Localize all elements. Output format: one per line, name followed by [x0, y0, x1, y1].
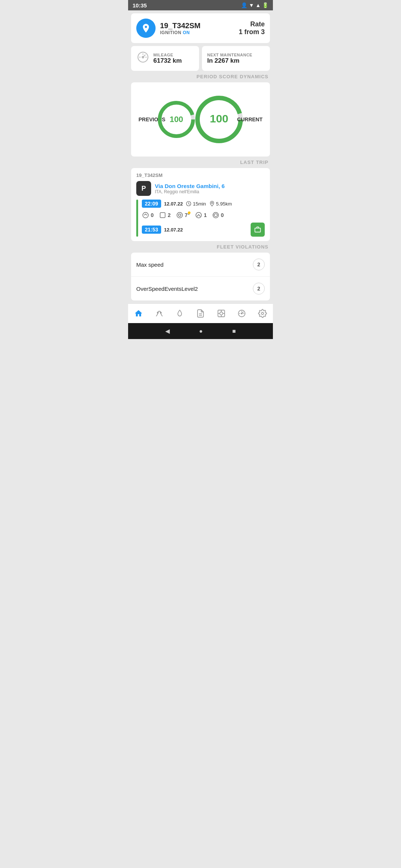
android-back[interactable]: ◀ [165, 328, 170, 335]
current-label: CURRENT [237, 116, 263, 122]
trip-details: 22:09 12.07.22 15min 5.95km 0 [142, 200, 265, 237]
trip-end-time: 21:53 [142, 226, 161, 234]
fleet-violations-label: FLEET VIOLATIONS [131, 244, 270, 250]
vehicle-left: 19_T342SM IGNITION ON [136, 19, 200, 38]
maintenance-label: NEXT MAINTENANCE [207, 53, 252, 57]
vehicle-name: 19_T342SM [160, 22, 200, 30]
rate-box: Rate 1 from 3 [239, 20, 265, 36]
trip-street: Via Don Oreste Gambini, 6 [155, 183, 225, 189]
nav-fuel[interactable] [172, 308, 187, 319]
profile-icon: 👤 [241, 2, 247, 8]
trip-address: Via Don Oreste Gambini, 6 ITA, Reggio ne… [155, 183, 225, 194]
mileage-section: MILEAGE 61732 km NEXT MAINTENANCE In 226… [131, 46, 270, 71]
status-icons: 👤 ▼ ▲ 🔋 [241, 2, 268, 8]
trip-bar [136, 200, 138, 237]
bottom-nav [128, 303, 273, 323]
maintenance-card[interactable]: NEXT MAINTENANCE In 2267 km [202, 46, 270, 71]
svg-point-10 [143, 213, 149, 218]
violations-card: Max speed 2 OverSpeedEventsLevel2 2 [131, 253, 270, 300]
violation-row-2[interactable]: OverSpeedEventsLevel2 2 [131, 277, 270, 300]
rate-value: 1 from 3 [239, 28, 265, 36]
mileage-text: MILEAGE 61732 km [153, 53, 182, 65]
circles-container: 100 100 [156, 90, 245, 149]
vehicle-card[interactable]: 19_T342SM IGNITION ON Rate 1 from 3 [131, 13, 270, 43]
nav-routes[interactable] [152, 308, 167, 319]
nav-documents[interactable] [214, 308, 229, 319]
android-home[interactable]: ● [199, 328, 203, 335]
vehicle-info: 19_T342SM IGNITION ON [160, 22, 200, 35]
stat-cornering: 7° [176, 211, 190, 219]
previous-circle: 100 [156, 99, 197, 140]
svg-point-28 [261, 312, 264, 315]
trip-duration: 15min [186, 201, 206, 207]
maintenance-value: In 2267 km [207, 57, 252, 65]
signal-icon: ▲ [255, 2, 261, 8]
svg-point-1 [142, 56, 144, 58]
svg-text:100: 100 [210, 112, 228, 125]
svg-point-17 [160, 312, 161, 313]
score-dynamics-card: PREVIOUS 100 100 CURRENT [131, 82, 270, 157]
svg-text:100: 100 [170, 115, 183, 124]
trip-distance: 5.95km [209, 201, 232, 207]
trip-vehicle-name: 19_T342SM [136, 172, 265, 178]
period-score-label: PERIOD SCORE DYNAMICS [131, 74, 270, 79]
battery-icon: 🔋 [262, 2, 268, 8]
svg-point-12 [177, 213, 182, 218]
svg-point-16 [157, 312, 158, 313]
android-recent[interactable]: ■ [232, 328, 236, 335]
svg-point-9 [211, 202, 212, 203]
svg-point-27 [241, 313, 242, 314]
stat-acceleration: 0 [142, 211, 154, 219]
rate-label: Rate [239, 20, 265, 28]
svg-point-21 [220, 312, 223, 315]
violation-row-1[interactable]: Max speed 2 [131, 253, 270, 277]
trip-start-row: 22:09 12.07.22 15min 5.95km [142, 200, 265, 208]
svg-rect-11 [160, 213, 165, 217]
trip-card[interactable]: 19_T342SM P Via Don Oreste Gambini, 6 IT… [131, 168, 270, 241]
vehicle-icon [136, 19, 156, 38]
violation-name-1: Max speed [136, 262, 163, 268]
stat-idle: 0 [212, 211, 224, 219]
mileage-label: MILEAGE [153, 53, 182, 57]
svg-point-13 [178, 214, 181, 217]
violation-count-1: 2 [253, 259, 265, 270]
maintenance-text: NEXT MAINTENANCE In 2267 km [207, 53, 252, 65]
trip-start-time: 22:09 [142, 200, 161, 208]
trip-city: ITA, Reggio nell'Emilia [155, 189, 225, 194]
nav-settings[interactable] [255, 308, 270, 319]
nav-activity[interactable] [234, 308, 249, 319]
trip-start-date: 12.07.22 [164, 201, 183, 207]
violation-name-2: OverSpeedEventsLevel2 [136, 286, 198, 292]
nav-reports[interactable] [193, 308, 208, 319]
mileage-card[interactable]: MILEAGE 61732 km [131, 46, 199, 71]
trip-location: P Via Don Oreste Gambini, 6 ITA, Reggio … [136, 181, 265, 196]
mileage-value: 61732 km [153, 57, 182, 65]
trip-stats: 0 2 7° 1 [142, 211, 265, 219]
violation-count-2: 2 [253, 283, 265, 295]
android-nav: ◀ ● ■ [128, 323, 273, 339]
status-time: 10:35 [133, 2, 147, 9]
ignition-status: ON [183, 30, 190, 35]
ignition-label: IGNITION [160, 30, 181, 35]
last-trip-label: LAST TRIP [131, 160, 270, 165]
work-mode-badge[interactable] [251, 223, 265, 237]
trip-end-row: 21:53 12.07.22 [142, 223, 265, 237]
trip-parking-badge: P [136, 181, 151, 196]
trip-timeline: 22:09 12.07.22 15min 5.95km 0 [136, 200, 265, 237]
nav-home[interactable] [131, 308, 146, 319]
wifi-icon: ▼ [249, 2, 254, 8]
ignition-row: IGNITION ON [160, 30, 200, 35]
status-bar: 10:35 👤 ▼ ▲ 🔋 [128, 0, 273, 10]
stat-speed: 1 [195, 211, 207, 219]
trip-end-date: 12.07.22 [164, 227, 183, 233]
stat-braking: 2 [159, 211, 171, 219]
main-content: 19_T342SM IGNITION ON Rate 1 from 3 [128, 10, 273, 303]
mileage-icon [136, 50, 150, 66]
svg-point-14 [196, 213, 201, 218]
